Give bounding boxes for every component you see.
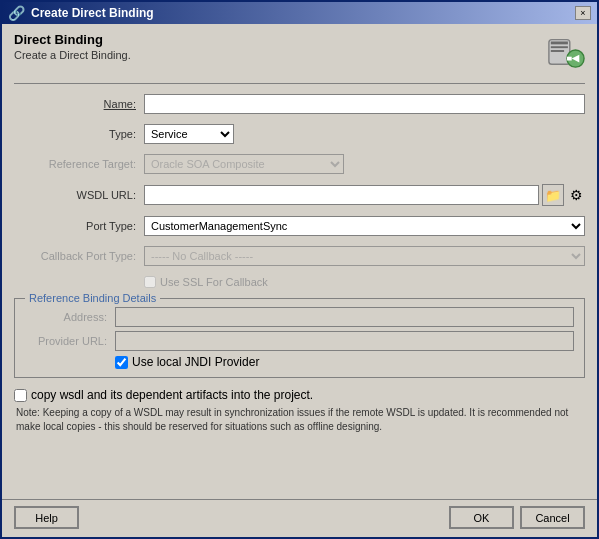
- dialog-icon: [547, 32, 585, 73]
- wsdl-control: CustomerManagementSync.wsdl 📁 ⚙: [144, 184, 585, 206]
- reference-binding-group: Reference Binding Details Address: Provi…: [14, 298, 585, 378]
- title-bar-controls: ×: [575, 6, 591, 20]
- jndi-checkbox[interactable]: [115, 356, 128, 369]
- callback-select: ----- No Callback -----: [144, 246, 585, 266]
- window-icon: 🔗: [8, 5, 25, 21]
- address-row: Address:: [25, 307, 574, 327]
- address-input: [115, 307, 574, 327]
- close-button[interactable]: ×: [575, 6, 591, 20]
- ref-target-control: Oracle SOA Composite: [144, 154, 585, 174]
- type-select[interactable]: Service Reference: [144, 124, 234, 144]
- ref-target-row: Reference Target: Oracle SOA Composite: [14, 154, 585, 174]
- dialog-title: Direct Binding: [14, 32, 547, 47]
- action-buttons: OK Cancel: [449, 506, 585, 529]
- ssl-label: Use SSL For Callback: [160, 276, 268, 288]
- wsdl-browse-button[interactable]: 📁: [542, 184, 564, 206]
- port-type-row: Port Type: CustomerManagementSync: [14, 216, 585, 236]
- window-title: Create Direct Binding: [31, 6, 154, 20]
- wsdl-settings-icon[interactable]: ⚙: [567, 186, 585, 204]
- help-button[interactable]: Help: [14, 506, 79, 529]
- jndi-label: Use local JNDI Provider: [132, 355, 259, 369]
- callback-label: Callback Port Type:: [14, 250, 144, 262]
- svg-rect-2: [551, 46, 568, 48]
- wsdl-label: WSDL URL:: [14, 189, 144, 201]
- note-text: Note: Keeping a copy of a WSDL may resul…: [14, 406, 585, 434]
- port-type-control: CustomerManagementSync: [144, 216, 585, 236]
- button-bar: Help OK Cancel: [2, 499, 597, 537]
- folder-icon: 📁: [545, 188, 561, 203]
- copy-label: copy wsdl and its dependent artifacts in…: [31, 388, 313, 402]
- title-bar-text: 🔗 Create Direct Binding: [8, 5, 154, 21]
- header-separator: [14, 83, 585, 84]
- group-box-title: Reference Binding Details: [25, 292, 160, 304]
- name-input[interactable]: CustomerManagementSyncDirect: [144, 94, 585, 114]
- name-control: CustomerManagementSyncDirect: [144, 94, 585, 114]
- address-label: Address:: [25, 311, 115, 323]
- port-type-select[interactable]: CustomerManagementSync: [144, 216, 585, 236]
- provider-row: Provider URL:: [25, 331, 574, 351]
- cancel-button[interactable]: Cancel: [520, 506, 585, 529]
- header-text-block: Direct Binding Create a Direct Binding.: [14, 32, 547, 65]
- jndi-row: Use local JNDI Provider: [115, 355, 574, 369]
- type-label: Type:: [14, 128, 144, 140]
- provider-input: [115, 331, 574, 351]
- ref-target-select: Oracle SOA Composite: [144, 154, 344, 174]
- title-bar: 🔗 Create Direct Binding ×: [2, 2, 597, 24]
- ssl-row: Use SSL For Callback: [144, 276, 585, 288]
- header-area: Direct Binding Create a Direct Binding.: [14, 32, 585, 73]
- type-control: Service Reference: [144, 124, 585, 144]
- ref-target-label: Reference Target:: [14, 158, 144, 170]
- name-row: Name: CustomerManagementSyncDirect: [14, 94, 585, 114]
- name-label: Name:: [14, 98, 144, 110]
- svg-rect-3: [551, 50, 564, 52]
- copy-checkbox[interactable]: [14, 389, 27, 402]
- bottom-section: copy wsdl and its dependent artifacts in…: [14, 388, 585, 434]
- dialog-content: Direct Binding Create a Direct Binding.: [2, 24, 597, 499]
- svg-rect-6: [567, 57, 572, 61]
- create-direct-binding-window: 🔗 Create Direct Binding × Direct Binding…: [0, 0, 599, 539]
- callback-control: ----- No Callback -----: [144, 246, 585, 266]
- copy-checkbox-row: copy wsdl and its dependent artifacts in…: [14, 388, 585, 402]
- dialog-subtitle: Create a Direct Binding.: [14, 49, 547, 61]
- wsdl-input[interactable]: CustomerManagementSync.wsdl: [144, 185, 539, 205]
- wsdl-row: WSDL URL: CustomerManagementSync.wsdl 📁 …: [14, 184, 585, 206]
- port-type-label: Port Type:: [14, 220, 144, 232]
- provider-label: Provider URL:: [25, 335, 115, 347]
- callback-row: Callback Port Type: ----- No Callback --…: [14, 246, 585, 266]
- svg-rect-1: [551, 42, 568, 45]
- type-row: Type: Service Reference: [14, 124, 585, 144]
- ssl-checkbox: [144, 276, 156, 288]
- ok-button[interactable]: OK: [449, 506, 514, 529]
